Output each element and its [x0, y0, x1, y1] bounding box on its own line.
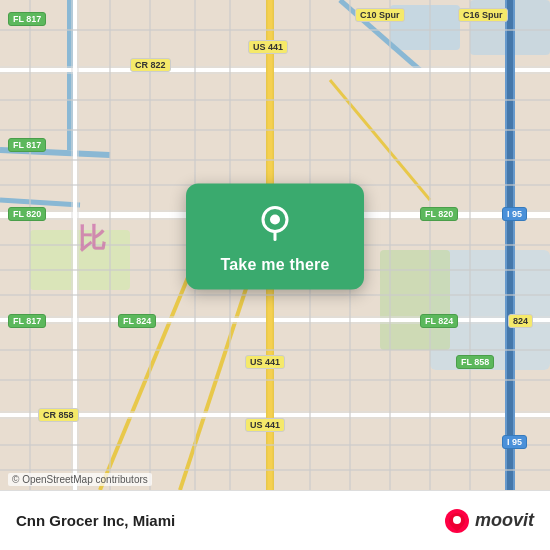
moovit-text: moovit [475, 510, 534, 531]
road-label-fl820-l: FL 820 [8, 207, 46, 221]
map-poi-symbol: 比 [78, 220, 106, 258]
road-label-us441-lower: US 441 [245, 355, 285, 369]
road-label-c10spur: C10 Spur [355, 8, 405, 22]
road-label-fl858-r: FL 858 [456, 355, 494, 369]
place-info: Cnn Grocer Inc, Miami [16, 512, 175, 529]
moovit-pin-icon [443, 507, 471, 535]
moovit-logo[interactable]: moovit [443, 507, 534, 535]
road-label-fl817-tl: FL 817 [8, 12, 46, 26]
road-label-fl817-bl: FL 817 [8, 314, 46, 328]
bottom-bar: Cnn Grocer Inc, Miami moovit [0, 490, 550, 550]
take-me-there-label: Take me there [220, 256, 329, 274]
map-container: FL 817 US 441 CR 822 C10 Spur C16 Spur F… [0, 0, 550, 490]
popup-card[interactable]: Take me there [186, 184, 364, 290]
road-label-cr822: CR 822 [130, 58, 171, 72]
road-label-cr858-l: CR 858 [38, 408, 79, 422]
location-pin-icon [253, 202, 297, 246]
road-label-us441-top: US 441 [248, 40, 288, 54]
road-label-fl824-r: FL 824 [420, 314, 458, 328]
road-label-c16spur: C16 Spur [458, 8, 508, 22]
road-label-824-r: 824 [508, 314, 533, 328]
road-label-fl817-l: FL 817 [8, 138, 46, 152]
place-name: Cnn Grocer Inc, Miami [16, 512, 175, 529]
road-label-fl820-r: FL 820 [420, 207, 458, 221]
map-attribution: © OpenStreetMap contributors [8, 473, 152, 486]
road-label-i95-r: I 95 [502, 207, 527, 221]
road-label-us441-bottom: US 441 [245, 418, 285, 432]
road-label-fl824-l: FL 824 [118, 314, 156, 328]
road-label-i95-b: I 95 [502, 435, 527, 449]
svg-point-50 [270, 215, 280, 225]
svg-point-52 [453, 516, 461, 524]
